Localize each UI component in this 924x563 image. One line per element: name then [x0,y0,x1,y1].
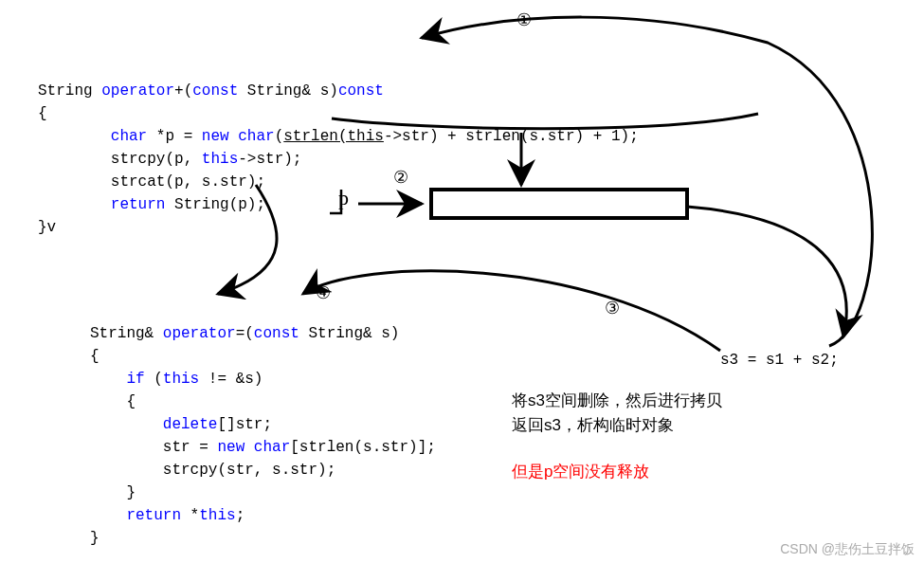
keyword-char: char [111,128,147,145]
code-text: +( [174,82,192,100]
code-text: != &s) [199,371,263,388]
label-1: ① [516,9,532,30]
code-text: } [90,484,136,501]
keyword-const: const [192,82,238,100]
keyword-char: char [238,128,274,145]
keyword-return: return [126,507,181,524]
code-text: [strlen(s.str)]; [290,439,436,456]
code-text [38,128,111,145]
note-line-2: 返回s3，析构临时对象 [512,413,674,438]
arrow-3 [687,207,846,336]
p-label: p [338,186,349,210]
code-text: String& [90,325,163,342]
keyword-this: this [202,151,238,168]
keyword-if: if [126,371,144,388]
code-text: ( [145,371,163,388]
code-text: []str; [217,416,272,433]
code-text: ->str) + strlen(s.str) + 1); [384,128,639,145]
code-text: String [38,82,101,100]
code-text: { [38,105,47,122]
code-text: ( [275,128,284,145]
code-text: { [90,393,136,410]
keyword-const: const [338,82,384,100]
code-text [38,196,111,213]
code-text [90,507,126,524]
label-2: ② [393,167,408,188]
code-text: * [181,507,199,524]
expression: s3 = s1 + s2; [720,349,839,372]
code-block-2: String& operator=(const String& s) { if … [90,300,436,550]
label-3: ③ [605,298,620,318]
code-text: ; [236,507,245,524]
code-text: { [90,348,100,365]
underlined-code: strlen(this [283,128,384,145]
code-text: ->str); [238,151,301,168]
keyword-operator: operator [163,325,236,342]
code-text: String(p); [165,196,265,213]
keyword-const: const [254,325,299,342]
code-text: String& s) [238,82,338,100]
watermark: CSDN @悲伤土豆拌饭 [780,541,915,558]
code-text: strcat(p, s.str); [38,173,265,191]
code-text: strcpy(p, [38,151,202,168]
keyword-this: this [163,371,199,388]
code-block-1: String operator+(const String& s)const {… [38,57,639,239]
keyword-this: this [199,507,235,524]
keyword-new: new [202,128,229,145]
code-text: strcpy(str, s.str); [90,462,335,479]
code-text: =( [236,325,254,342]
keyword-return: return [111,196,166,213]
note-warning: 但是p空间没有释放 [512,460,649,484]
code-text [90,416,163,433]
code-text: str = [90,439,217,456]
code-text: } [90,530,100,547]
code-text: *p = [147,128,202,145]
code-text: String& s) [299,325,400,342]
code-text [229,128,239,145]
keyword-operator: operator [101,82,174,100]
keyword-delete: delete [163,416,218,433]
note-line-1: 将s3空间删除，然后进行拷贝 [512,389,722,413]
keyword-new: new [217,439,245,456]
code-text: }v [38,219,56,236]
keyword-char: char [254,439,290,456]
code-text [90,371,126,388]
code-text [245,439,254,456]
